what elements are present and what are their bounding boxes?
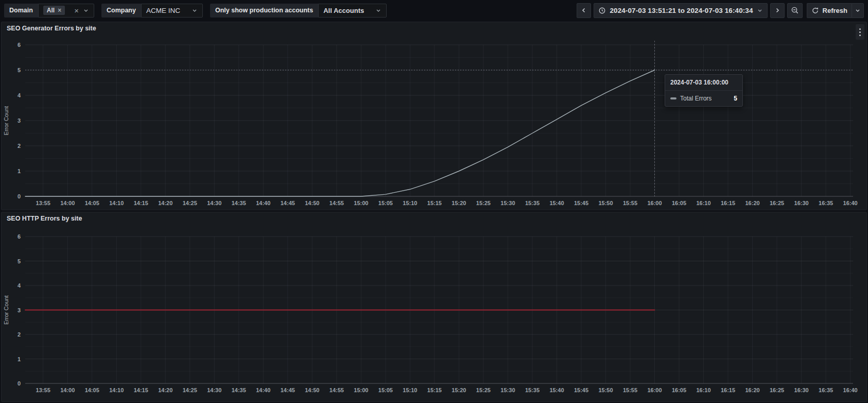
svg-text:15:10: 15:10: [403, 200, 417, 206]
svg-text:4: 4: [18, 282, 21, 289]
svg-text:15:40: 15:40: [549, 200, 564, 206]
domain-selected-chip[interactable]: All ×: [43, 6, 65, 15]
svg-text:15:50: 15:50: [598, 200, 613, 206]
refresh-interval-dropdown[interactable]: [852, 3, 864, 18]
svg-text:15:55: 15:55: [623, 387, 637, 393]
time-shift-forward-button[interactable]: [770, 3, 785, 18]
svg-text:3: 3: [18, 117, 21, 124]
svg-text:15:55: 15:55: [623, 200, 637, 206]
time-controls: 2024-07-03 13:51:21 to 2024-07-03 16:40:…: [577, 3, 864, 18]
svg-text:5: 5: [18, 67, 21, 73]
panel-title[interactable]: SEO Generator Errors by site: [7, 25, 96, 32]
svg-text:16:15: 16:15: [721, 387, 735, 393]
chevron-down-icon[interactable]: [192, 7, 198, 13]
filter-production-accounts: Only show production accounts All Accoun…: [210, 4, 387, 18]
magnifier-minus-icon: [791, 6, 799, 14]
svg-text:14:35: 14:35: [232, 200, 246, 206]
svg-text:2: 2: [18, 143, 21, 149]
svg-text:15:20: 15:20: [452, 200, 466, 206]
svg-text:Error Count: Error Count: [3, 295, 9, 325]
zoom-out-time-button[interactable]: [787, 3, 803, 18]
chevron-left-icon: [580, 7, 587, 14]
svg-text:0: 0: [18, 380, 21, 387]
svg-text:16:05: 16:05: [672, 200, 686, 206]
production-filter-select[interactable]: All Accounts: [318, 4, 387, 18]
svg-text:15:25: 15:25: [476, 200, 491, 206]
series-marker-icon: [670, 97, 676, 99]
domain-chip-label: All: [47, 7, 55, 14]
svg-text:16:10: 16:10: [696, 387, 710, 393]
panel-menu-button[interactable]: [856, 24, 864, 40]
svg-text:14:20: 14:20: [158, 200, 172, 206]
svg-text:14:00: 14:00: [60, 200, 75, 206]
svg-text:15:45: 15:45: [574, 200, 588, 206]
svg-text:5: 5: [18, 258, 21, 264]
company-filter-select[interactable]: ACME INC: [141, 4, 203, 18]
svg-text:14:15: 14:15: [134, 387, 148, 393]
filter-domain: Domain All × ×: [4, 4, 94, 18]
svg-text:16:40: 16:40: [843, 387, 858, 393]
svg-text:2: 2: [18, 331, 21, 338]
svg-text:13:55: 13:55: [36, 200, 50, 206]
svg-text:16:35: 16:35: [819, 387, 833, 393]
svg-text:14:35: 14:35: [232, 387, 246, 393]
svg-text:14:40: 14:40: [256, 200, 270, 206]
production-value: All Accounts: [323, 7, 364, 14]
chevron-down-icon[interactable]: [83, 7, 89, 13]
svg-text:1: 1: [18, 356, 21, 362]
svg-text:15:30: 15:30: [500, 387, 515, 393]
svg-text:16:35: 16:35: [819, 200, 833, 206]
tooltip-series-value: 5: [734, 95, 737, 102]
refresh-split-button: Refresh: [807, 3, 864, 18]
company-value: ACME INC: [146, 7, 180, 14]
svg-text:16:05: 16:05: [672, 387, 686, 393]
svg-text:16:15: 16:15: [721, 200, 735, 206]
svg-text:16:20: 16:20: [745, 200, 759, 206]
svg-text:15:15: 15:15: [427, 387, 442, 393]
svg-text:14:25: 14:25: [183, 387, 197, 393]
clock-icon: [598, 7, 606, 14]
refresh-button[interactable]: Refresh: [807, 3, 852, 18]
dashboard-toolbar: Domain All × × Company ACME INC: [0, 0, 868, 21]
domain-filter-select[interactable]: All × ×: [38, 4, 94, 18]
svg-text:16:30: 16:30: [794, 200, 809, 206]
svg-text:14:40: 14:40: [256, 387, 270, 393]
svg-text:14:30: 14:30: [207, 387, 221, 393]
filter-company: Company ACME INC: [101, 4, 203, 18]
svg-text:14:05: 14:05: [85, 200, 99, 206]
kebab-menu-icon: [859, 28, 861, 30]
svg-text:15:05: 15:05: [378, 387, 393, 393]
panel-title[interactable]: SEO HTTP Errors by site: [7, 215, 82, 222]
chip-remove-icon[interactable]: ×: [58, 7, 61, 13]
svg-text:15:45: 15:45: [574, 387, 588, 393]
svg-text:16:00: 16:00: [647, 387, 662, 393]
chevron-down-icon[interactable]: [375, 7, 381, 13]
time-range-picker-button[interactable]: 2024-07-03 13:51:21 to 2024-07-03 16:40:…: [594, 3, 767, 18]
svg-text:1: 1: [18, 168, 21, 174]
svg-text:15:00: 15:00: [354, 200, 368, 206]
tooltip-timestamp: 2024-07-03 16:00:00: [665, 75, 742, 91]
svg-text:14:05: 14:05: [85, 387, 99, 393]
svg-text:16:00: 16:00: [647, 200, 662, 206]
svg-text:15:25: 15:25: [476, 387, 491, 393]
svg-text:13:55: 13:55: [36, 387, 50, 393]
svg-text:0: 0: [18, 193, 21, 199]
production-filter-label: Only show production accounts: [210, 4, 318, 18]
clear-selection-icon[interactable]: ×: [74, 7, 79, 14]
time-shift-back-button[interactable]: [577, 3, 591, 18]
svg-text:14:45: 14:45: [281, 387, 295, 393]
seo-generator-errors-chart[interactable]: 13:5514:0014:0514:1014:1514:2014:2514:30…: [2, 22, 866, 210]
panel-seo-http-errors: SEO HTTP Errors by site 13:5514:0014:051…: [1, 212, 867, 402]
svg-text:6: 6: [18, 233, 21, 240]
chevron-down-icon: [855, 7, 861, 13]
chevron-right-icon: [774, 7, 781, 14]
seo-http-errors-chart[interactable]: 13:5514:0014:0514:1014:1514:2014:2514:30…: [2, 212, 866, 401]
svg-text:14:30: 14:30: [207, 200, 221, 206]
svg-text:16:10: 16:10: [696, 200, 710, 206]
svg-text:16:20: 16:20: [745, 387, 759, 393]
svg-text:14:10: 14:10: [109, 387, 124, 393]
svg-text:6: 6: [18, 42, 21, 48]
svg-text:4: 4: [18, 92, 21, 98]
svg-text:14:55: 14:55: [329, 200, 344, 206]
svg-text:14:00: 14:00: [60, 387, 75, 393]
